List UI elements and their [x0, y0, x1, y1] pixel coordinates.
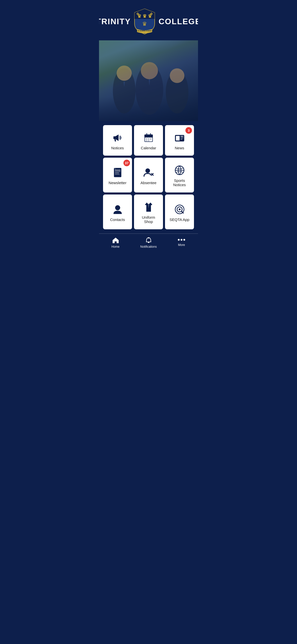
svg-rect-24 [148, 140, 149, 141]
uniform-icon [143, 202, 154, 213]
grid-item-seqta-app-label: SEQTA App [170, 217, 189, 222]
svg-rect-13 [113, 137, 115, 138]
calendar-icon [143, 132, 154, 143]
header-title-left: TRINITY [99, 17, 131, 26]
bottom-navigation: Home Notifications More [99, 233, 198, 254]
newsletter-badge: 37 [123, 160, 130, 166]
grid-item-notices[interactable]: Notices [103, 125, 132, 156]
svg-rect-29 [180, 139, 182, 140]
grid-item-uniform-shop-label: Uniform Shop [137, 215, 160, 224]
grid-item-absentee[interactable]: Absentee [134, 158, 163, 192]
svg-text:✤: ✤ [136, 12, 139, 16]
header-title-row: TRINITY ♛ ♛ ♛ ✤ ✤ ♛ IN NOMINE DOMINI COL… [99, 8, 198, 35]
svg-rect-28 [180, 137, 183, 138]
svg-rect-33 [115, 173, 119, 173]
newsletter-icon [112, 167, 123, 178]
grid-item-absentee-label: Absentee [141, 181, 156, 185]
svg-rect-20 [146, 138, 147, 140]
svg-rect-32 [115, 171, 120, 172]
nav-item-notifications[interactable]: Notifications [132, 237, 165, 248]
svg-rect-34 [115, 174, 119, 175]
grid-item-sports-notices-label: Sports Notices [168, 178, 191, 187]
nav-more-label: More [178, 243, 185, 247]
grid-item-newsletter[interactable]: 37 Newsletter [103, 158, 132, 192]
grid-item-contacts-label: Contacts [110, 217, 125, 222]
menu-grid-section: Notices Calendar 3 [99, 121, 198, 229]
svg-rect-27 [180, 136, 183, 137]
nav-item-more[interactable]: More [165, 239, 198, 247]
svg-rect-21 [148, 138, 149, 140]
nav-notifications-label: Notifications [140, 245, 157, 248]
grid-item-seqta-app[interactable]: SEQTA App [165, 194, 194, 229]
svg-point-12 [170, 68, 184, 83]
grid-item-sports-notices[interactable]: Sports Notices [165, 158, 194, 192]
contacts-icon [112, 204, 123, 215]
megaphone-icon [112, 132, 123, 143]
svg-text:♛: ♛ [142, 21, 147, 27]
svg-point-43 [179, 208, 180, 210]
svg-point-35 [145, 168, 150, 173]
sports-icon [174, 165, 185, 176]
app-header: TRINITY ♛ ♛ ♛ ✤ ✤ ♛ IN NOMINE DOMINI COL… [99, 0, 198, 40]
svg-rect-26 [176, 136, 180, 141]
home-icon [112, 237, 119, 244]
svg-rect-17 [145, 134, 152, 137]
svg-point-10 [141, 62, 158, 79]
seqta-icon [174, 204, 185, 215]
school-crest: ♛ ♛ ♛ ✤ ✤ ♛ IN NOMINE DOMINI [133, 8, 156, 35]
grid-item-calendar-label: Calendar [141, 146, 156, 150]
nav-item-home[interactable]: Home [99, 237, 132, 248]
bell-icon [145, 237, 152, 244]
grid-item-contacts[interactable]: Contacts [103, 194, 132, 229]
svg-point-40 [115, 205, 120, 210]
svg-rect-22 [150, 138, 151, 140]
svg-rect-45 [148, 242, 149, 243]
news-icon [174, 132, 185, 143]
grid-item-calendar[interactable]: Calendar [134, 125, 163, 156]
nav-home-label: Home [111, 245, 119, 248]
grid-item-news-label: News [175, 146, 184, 150]
grid-item-notices-label: Notices [111, 146, 124, 150]
header-title-right: COLLEGE [158, 17, 198, 26]
grid-item-newsletter-label: Newsletter [109, 181, 126, 185]
grid-item-uniform-shop[interactable]: Uniform Shop [134, 194, 163, 229]
svg-point-46 [148, 237, 149, 239]
svg-text:✤: ✤ [150, 12, 153, 16]
menu-grid: Notices Calendar 3 [103, 125, 194, 229]
more-dots-icon [178, 239, 185, 241]
absentee-icon [143, 167, 154, 178]
hero-image [99, 40, 198, 121]
svg-text:IN NOMINE DOMINI: IN NOMINE DOMINI [138, 30, 152, 32]
svg-line-44 [181, 211, 183, 213]
svg-point-8 [117, 66, 132, 81]
news-badge: 3 [185, 127, 192, 134]
grid-item-news[interactable]: 3 News [165, 125, 194, 156]
svg-rect-23 [146, 140, 147, 141]
